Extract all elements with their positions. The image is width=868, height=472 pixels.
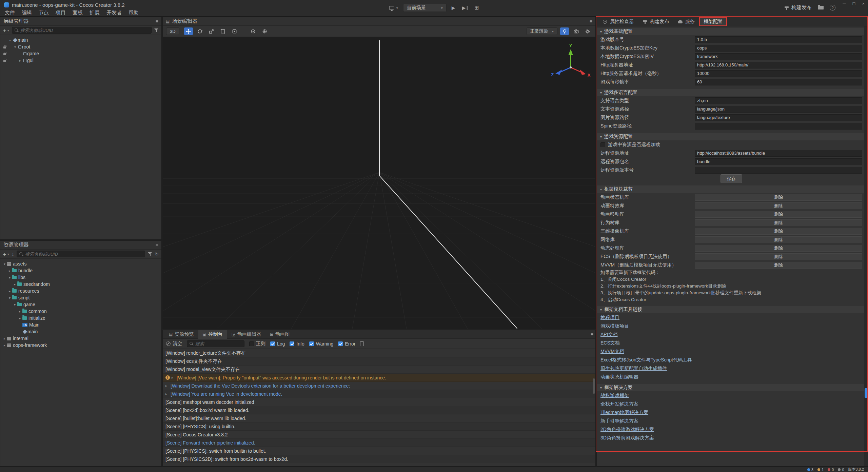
filter-icon[interactable] bbox=[154, 28, 159, 33]
console-filter-warning[interactable]: Warning bbox=[309, 341, 334, 347]
console-filter-log[interactable]: Log bbox=[270, 341, 285, 347]
tree-row[interactable]: ▾root bbox=[0, 43, 161, 50]
section-header[interactable]: ▾框架解决方案 bbox=[597, 384, 864, 391]
log-row[interactable]: [Scene] [box2d]:box2d wasm lib loaded. bbox=[163, 406, 595, 414]
render-mode-select[interactable]: 正常渲染 ▾ bbox=[527, 27, 557, 35]
scrollbar-thumb[interactable] bbox=[865, 388, 867, 398]
sort-icon[interactable]: ↕ bbox=[12, 252, 14, 257]
doc-link[interactable]: 动画状态机编辑器 bbox=[597, 373, 638, 381]
hierarchy-search-input[interactable] bbox=[20, 28, 149, 33]
config-input[interactable] bbox=[695, 114, 862, 121]
doc-link[interactable]: Excel格式转Json文件与TypeScript代码工具 bbox=[597, 356, 692, 364]
create-asset-button[interactable]: +▾ bbox=[3, 251, 9, 257]
config-input[interactable] bbox=[695, 123, 862, 130]
doc-link[interactable]: 原生包热更新配置自动生成插件 bbox=[597, 364, 667, 373]
tree-row[interactable]: main bbox=[0, 328, 161, 335]
tree-row[interactable]: ▸gui bbox=[0, 57, 161, 64]
console-tab-1[interactable]: ▣控制台 bbox=[198, 330, 226, 339]
status-count[interactable]: 1 bbox=[817, 468, 824, 472]
doc-link[interactable]: 2D角色扮演游戏解决方案 bbox=[597, 425, 654, 434]
build-publish-button[interactable]: 构建发布 bbox=[784, 4, 812, 11]
tree-row[interactable]: ▸seedrandom bbox=[0, 281, 161, 288]
expand-arrow-icon[interactable]: ▸ bbox=[12, 282, 17, 286]
expand-arrow-icon[interactable]: ▸ bbox=[172, 376, 177, 379]
save-button[interactable]: 保存 bbox=[721, 174, 742, 183]
doc-link[interactable]: ECS文档 bbox=[597, 339, 620, 347]
config-input[interactable] bbox=[695, 45, 862, 52]
expand-arrow-icon[interactable]: ▸ bbox=[7, 269, 12, 273]
menu-item[interactable]: 编辑 bbox=[18, 9, 35, 17]
step-button[interactable]: ▶ bbox=[460, 4, 469, 11]
menu-item[interactable]: 文件 bbox=[1, 9, 18, 17]
menu-item[interactable]: 帮助 bbox=[125, 9, 142, 17]
expand-arrow-icon[interactable]: ▾ bbox=[12, 303, 17, 307]
filter-icon[interactable] bbox=[148, 252, 152, 256]
expand-arrow-icon[interactable]: ▸ bbox=[18, 59, 23, 62]
close-button[interactable]: × bbox=[862, 1, 865, 6]
inspector-tab-1[interactable]: 构建发布 bbox=[638, 17, 673, 26]
expand-arrow-icon[interactable]: ▸ bbox=[2, 343, 7, 347]
scene-viewport[interactable]: Y X Z bbox=[163, 37, 595, 329]
checkbox-icon[interactable] bbox=[600, 142, 605, 147]
rect-tool-button[interactable] bbox=[219, 27, 228, 35]
scale-tool-button[interactable] bbox=[207, 27, 216, 35]
scene-settings-button[interactable] bbox=[583, 27, 592, 35]
delete-button[interactable]: 删除 bbox=[695, 219, 862, 226]
assets-search-input[interactable] bbox=[25, 252, 143, 257]
status-count[interactable]: 3 bbox=[807, 468, 813, 472]
delete-button[interactable]: 删除 bbox=[695, 253, 862, 260]
layout-grid-button[interactable]: ⊞ bbox=[473, 4, 480, 12]
expand-arrow-icon[interactable]: ▾ bbox=[2, 262, 7, 266]
config-input[interactable] bbox=[695, 97, 862, 104]
log-row[interactable]: [Window] render_texture文件夹不存在 bbox=[163, 349, 595, 357]
log-row[interactable]: [Scene] [PHYSICS]: using builtin. bbox=[163, 422, 595, 431]
menu-item[interactable]: 项目 bbox=[52, 9, 69, 17]
inspector-tab-3[interactable]: 框架配置 bbox=[699, 17, 727, 26]
tree-row[interactable]: ▸initialize bbox=[0, 315, 161, 321]
console-tab-0[interactable]: ▤资源预览 bbox=[165, 330, 198, 339]
create-node-button[interactable]: +▾ bbox=[3, 27, 9, 33]
regex-toggle[interactable]: 正则 bbox=[249, 341, 265, 347]
transform-gizmo-button[interactable] bbox=[230, 27, 239, 35]
log-row[interactable]: !▸[Window] [Vue warn]: Property "onInput… bbox=[163, 374, 595, 382]
doc-link[interactable]: MVVM文档 bbox=[597, 347, 624, 356]
log-row[interactable]: [Window] ecs文件夹不存在 bbox=[163, 357, 595, 366]
tree-row[interactable]: game bbox=[0, 50, 161, 57]
clear-console-button[interactable]: 清空 bbox=[166, 341, 182, 347]
log-row[interactable]: ▸[Window] You are running Vue in develop… bbox=[163, 390, 595, 398]
section-header[interactable]: ▾游戏资源配置 bbox=[597, 133, 864, 140]
log-row[interactable]: [Window] model_view文件夹不存在 bbox=[163, 366, 595, 374]
doc-link[interactable]: 游戏模板项目 bbox=[597, 322, 629, 330]
mode-3d-button[interactable]: 3D bbox=[166, 27, 179, 35]
tree-row[interactable]: ▸bundle bbox=[0, 267, 161, 274]
panel-menu-icon[interactable]: ≡ bbox=[156, 242, 158, 248]
preview-device-button[interactable]: ▾ bbox=[388, 5, 400, 11]
expand-arrow-icon[interactable]: ▸ bbox=[165, 392, 171, 396]
doc-link[interactable]: 新手引导解决方案 bbox=[597, 417, 638, 425]
expand-arrow-icon[interactable]: ▸ bbox=[17, 316, 22, 320]
config-input[interactable] bbox=[695, 167, 862, 174]
minimize-button[interactable]: ─ bbox=[843, 1, 846, 6]
delete-button[interactable]: 删除 bbox=[695, 228, 862, 235]
config-input[interactable] bbox=[695, 70, 862, 77]
console-filter-error[interactable]: Error bbox=[338, 341, 355, 347]
log-row[interactable]: ▸[Window] Download the Vue Devtools exte… bbox=[163, 382, 595, 390]
status-count[interactable]: 0 bbox=[828, 468, 834, 472]
console-scrollbar[interactable] bbox=[593, 378, 595, 394]
tree-row[interactable]: ▾assets bbox=[0, 260, 161, 267]
console-tab-2[interactable]: ◲动画编辑器 bbox=[228, 330, 265, 339]
delete-button[interactable]: 删除 bbox=[695, 202, 862, 209]
config-input[interactable] bbox=[695, 158, 862, 165]
inspector-scrollbar[interactable] bbox=[864, 26, 868, 466]
panel-men-icon[interactable]: ≡ bbox=[156, 19, 158, 24]
doc-link[interactable]: 全栈开发解决方案 bbox=[597, 400, 638, 408]
expand-arrow-icon[interactable]: ▾ bbox=[7, 276, 12, 279]
doc-link[interactable]: API文档 bbox=[597, 330, 618, 339]
tree-row[interactable]: ▾game bbox=[0, 301, 161, 308]
config-input[interactable] bbox=[695, 106, 862, 113]
delete-button[interactable]: 删除 bbox=[695, 211, 862, 218]
inspector-tab-2[interactable]: 服务 bbox=[673, 17, 699, 26]
section-header[interactable]: ▾游戏多语言配置 bbox=[597, 89, 864, 96]
tree-row[interactable]: ▸internal bbox=[0, 335, 161, 342]
tree-row[interactable]: ▾libs bbox=[0, 274, 161, 281]
